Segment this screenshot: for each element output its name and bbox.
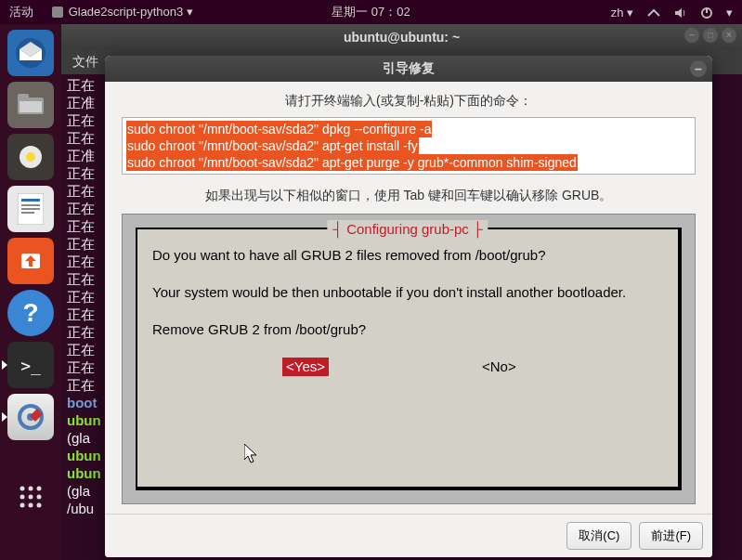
app-icon <box>50 5 65 20</box>
cancel-button[interactable]: 取消(C) <box>566 522 631 550</box>
launcher-files[interactable] <box>7 82 54 128</box>
input-source-indicator[interactable]: zh ▾ <box>611 6 633 20</box>
menu-file[interactable]: 文件 <box>72 54 98 71</box>
volume-icon[interactable] <box>674 5 687 20</box>
ncurses-no-option: <No> <box>482 358 516 376</box>
ncurses-text-1: Do you want to have all GRUB 2 files rem… <box>152 246 663 265</box>
svg-point-20 <box>20 495 25 500</box>
launcher-apps-grid[interactable] <box>7 474 54 520</box>
launcher-dock: ? >_ <box>0 24 61 560</box>
launcher-terminal[interactable]: >_ <box>7 342 54 388</box>
ncurses-text-3: Remove GRUB 2 from /boot/grub? <box>152 320 663 339</box>
launcher-thunderbird[interactable] <box>7 30 54 76</box>
activities-button[interactable]: 活动 <box>9 4 33 20</box>
app-name-label: Glade2script-python3 <box>69 5 184 19</box>
svg-point-25 <box>37 503 42 508</box>
svg-point-19 <box>37 487 42 491</box>
minimize-icon[interactable]: – <box>684 28 699 43</box>
forward-button[interactable]: 前进(F) <box>639 522 703 550</box>
command-box[interactable]: sudo chroot "/mnt/boot-sav/sda2" dpkg --… <box>122 117 696 175</box>
ncurses-dialog: ┤ Configuring grub-pc ├ Do you want to h… <box>136 228 682 490</box>
launcher-boot-repair[interactable] <box>7 394 54 440</box>
example-screenshot: ┤ Configuring grub-pc ├ Do you want to h… <box>122 214 696 504</box>
top-panel: 活动 Glade2script-python3 ▾ 星期一 07：02 zh ▾… <box>0 0 742 24</box>
svg-point-21 <box>29 495 33 500</box>
command-instruction: 请打开终端输入(或复制-粘贴)下面的命令： <box>122 93 696 110</box>
caret-down-icon[interactable]: ▾ <box>726 6 733 20</box>
svg-point-24 <box>29 503 33 508</box>
terminal-title: ubuntu@ubuntu: ~ <box>344 30 460 45</box>
running-indicator-icon <box>2 360 7 370</box>
terminal-titlebar[interactable]: ubuntu@ubuntu: ~ – □ × <box>61 24 742 50</box>
ncurses-yes-option: <Yes> <box>282 358 329 376</box>
svg-point-23 <box>20 503 25 508</box>
launcher-software[interactable] <box>7 238 54 284</box>
launcher-writer[interactable] <box>7 186 54 232</box>
svg-point-22 <box>37 495 42 500</box>
running-indicator-icon <box>2 412 7 422</box>
dialog-content: 请打开终端输入(或复制-粘贴)下面的命令： sudo chroot "/mnt/… <box>105 82 712 514</box>
launcher-rhythmbox[interactable] <box>7 134 54 180</box>
maximize-icon[interactable]: □ <box>703 28 718 43</box>
svg-point-18 <box>29 487 33 491</box>
svg-point-8 <box>26 152 35 162</box>
svg-rect-10 <box>21 199 40 202</box>
dialog-titlebar[interactable]: 引导修复 – <box>105 56 712 82</box>
dialog-close-button[interactable]: – <box>690 60 707 77</box>
panel-clock[interactable]: 星期一 07：02 <box>332 4 410 20</box>
tab-key-note: 如果出现与以下相似的窗口，使用 Tab 键和回车键以确认移除 GRUB。 <box>122 188 696 204</box>
power-icon[interactable] <box>700 5 713 20</box>
dialog-title-label: 引导修复 <box>383 60 435 77</box>
svg-rect-5 <box>18 94 29 99</box>
network-icon[interactable] <box>646 5 661 20</box>
boot-repair-dialog: 引导修复 – 请打开终端输入(或复制-粘贴)下面的命令： sudo chroot… <box>105 56 712 557</box>
svg-rect-0 <box>52 7 63 18</box>
close-icon[interactable]: × <box>722 28 736 43</box>
launcher-help[interactable]: ? <box>7 290 54 336</box>
ncurses-title: ┤ Configuring grub-pc ├ <box>327 220 488 239</box>
svg-rect-6 <box>20 101 42 112</box>
dialog-actions: 取消(C) 前进(F) <box>105 514 712 557</box>
svg-rect-13 <box>21 212 34 214</box>
svg-point-17 <box>20 487 25 491</box>
svg-rect-12 <box>21 208 40 210</box>
ncurses-text-2: Your system would be then unbootable if … <box>152 283 663 302</box>
app-menu[interactable]: Glade2script-python3 ▾ <box>50 5 193 20</box>
svg-rect-11 <box>21 204 40 206</box>
